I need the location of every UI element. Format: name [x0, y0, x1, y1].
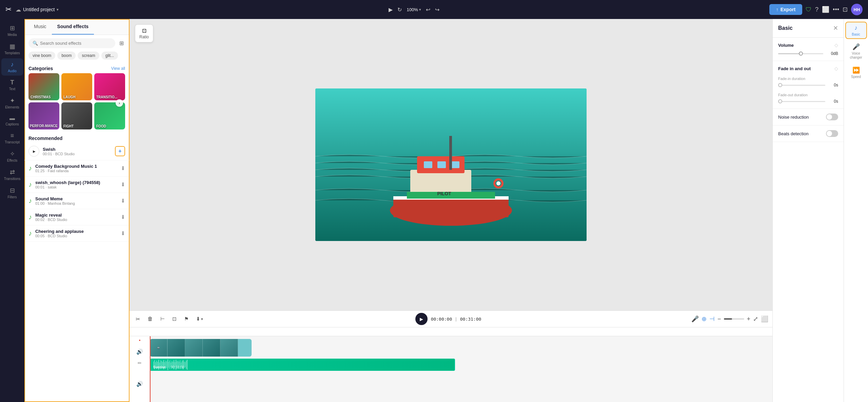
fade-out-slider[interactable]: [778, 101, 825, 102]
more-icon-btn[interactable]: •••: [833, 6, 839, 13]
audio-track[interactable]: Sunrise 00:31:00: [150, 359, 455, 371]
zoom-slider[interactable]: [724, 318, 744, 320]
category-performance[interactable]: PERFOR-MANCE: [28, 102, 59, 129]
tag-vine-boom[interactable]: vine boom: [28, 52, 55, 60]
avatar[interactable]: HH: [851, 4, 863, 15]
project-name-button[interactable]: ☁ Untitled project ▾: [16, 6, 59, 13]
sidebar-item-text[interactable]: T Text: [1, 76, 23, 94]
sound-item-comedy[interactable]: ♪ Comedy Background Music 1 01:25 · Faid…: [24, 160, 129, 177]
minus-zoom-btn[interactable]: −: [717, 316, 721, 323]
swish-meta: 00:01 · BCD Studio: [43, 152, 112, 156]
tag-boom[interactable]: boom: [57, 52, 76, 60]
video-preview: ⊡ Ratio: [130, 19, 772, 310]
sidebar-item-filters[interactable]: ⊟ Filters: [1, 184, 23, 202]
help-icon-btn[interactable]: ?: [815, 6, 818, 13]
noise-reduction-section: Noise reduction: [773, 109, 844, 125]
search-row: 🔍 ⊞: [24, 35, 129, 52]
beats-detection-toggle[interactable]: [826, 130, 838, 137]
templates-icon: ▦: [9, 43, 15, 50]
sound-item-swish[interactable]: ▶ Swish 00:01 · BCD Studio +: [24, 142, 129, 160]
center-area: ⊡ Ratio: [130, 19, 772, 402]
beat-btn[interactable]: ⊕: [702, 315, 707, 323]
voice-changer-label: Voice changer: [847, 52, 865, 60]
timeline-split-btn[interactable]: ⊢: [158, 314, 167, 324]
play-pause-main-btn[interactable]: ▶: [415, 313, 428, 325]
far-right-item-basic[interactable]: ♪ Basic: [845, 22, 867, 39]
music-note-meme-icon: ♪: [28, 197, 32, 205]
category-transition[interactable]: TRANSITIO...: [94, 73, 125, 100]
sidebar-item-templates[interactable]: ▦ Templates: [1, 40, 23, 58]
layout-toggle-btn[interactable]: ⊡: [843, 6, 848, 13]
sound-item-cheering[interactable]: ♪ Cheering and applause 00:05 · BCD Stud…: [24, 225, 129, 242]
sidebar-item-media[interactable]: ⊞ Media: [1, 22, 23, 39]
fade-in-slider[interactable]: [778, 85, 825, 86]
tab-sound-effects[interactable]: Sound effects: [52, 19, 94, 35]
video-track[interactable]: 🚢: [150, 339, 252, 357]
captions-label: Captions: [5, 122, 19, 126]
mic-btn[interactable]: 🎤: [691, 315, 699, 323]
loop-icon-btn[interactable]: ↻: [397, 6, 402, 13]
tab-music[interactable]: Music: [28, 19, 52, 35]
export-button[interactable]: ↑ Export: [769, 4, 802, 15]
timeline-cut-btn[interactable]: ✂: [134, 314, 142, 324]
timeline-flag-btn[interactable]: ⚑: [182, 314, 191, 324]
timeline-crop-btn[interactable]: ⊡: [170, 314, 179, 324]
sound-item-magic[interactable]: ♪ Magic reveal 00:02 · BCD Studio ⬇: [24, 209, 129, 225]
volume-keyframe-btn[interactable]: ◇: [834, 42, 838, 48]
timeline-export-btn[interactable]: ⬇▾: [194, 314, 205, 324]
caption-btn[interactable]: ⬜: [761, 315, 768, 323]
share-icon-btn[interactable]: ⬜: [822, 6, 829, 13]
filters-label: Filters: [7, 195, 17, 199]
plus-zoom-btn[interactable]: +: [747, 316, 751, 323]
category-christmas[interactable]: CHRISTMAS: [28, 73, 59, 100]
sidebar-item-transitions[interactable]: ⇄ Transitions: [1, 166, 23, 183]
category-next-arrow[interactable]: ›: [116, 99, 123, 107]
split-h-btn[interactable]: ⊣: [709, 315, 715, 323]
sidebar-item-effects[interactable]: ✧ Effects: [1, 147, 23, 165]
close-right-panel-btn[interactable]: ✕: [833, 24, 838, 32]
volume-slider[interactable]: [778, 53, 823, 54]
beats-detection-label: Beats detection: [778, 131, 809, 136]
ratio-button[interactable]: ⊡ Ratio: [135, 24, 153, 42]
noise-reduction-toggle[interactable]: [826, 114, 838, 120]
media-icon: ⊞: [10, 24, 15, 32]
track-mute-btn[interactable]: 🔊: [135, 379, 144, 388]
fullscreen-btn[interactable]: ⤢: [753, 315, 758, 323]
search-box[interactable]: 🔍: [28, 38, 115, 48]
fade-keyframe-btn[interactable]: ◇: [834, 66, 838, 71]
category-laugh[interactable]: LAUGH: [61, 73, 92, 100]
zoom-level-btn[interactable]: 100% ▾: [407, 7, 421, 12]
undo-btn[interactable]: ↩: [426, 6, 430, 13]
tag-scream[interactable]: scream: [78, 52, 99, 60]
speed-label: Speed: [851, 75, 861, 79]
sound-item-swish-whoosh[interactable]: ♪ swish_whoosh (large) (794558) 00:01 · …: [24, 177, 129, 193]
playhead-marker: [139, 340, 140, 341]
play-icon-btn[interactable]: ▶: [389, 6, 393, 13]
sidebar-item-transcript[interactable]: ≡ Transcript: [1, 129, 23, 147]
tag-glit[interactable]: glit...: [101, 52, 118, 60]
download-whoosh-btn[interactable]: ⬇: [121, 181, 125, 188]
filter-button[interactable]: ⊞: [118, 39, 125, 48]
track-edit-btn[interactable]: ✏: [136, 359, 143, 367]
topbar-right-controls: ↑ Export 🛡 ? ⬜ ••• ⊡ HH: [769, 4, 863, 15]
shield-icon-btn[interactable]: 🛡: [806, 6, 812, 13]
sound-item-meme[interactable]: ♪ Sound Meme 01:00 · Manhoa Bintang ⬇: [24, 193, 129, 209]
timeline-delete-btn[interactable]: 🗑: [145, 314, 155, 324]
play-swish-btn[interactable]: ▶: [28, 146, 39, 157]
effects-icon: ✧: [10, 150, 15, 158]
sidebar-item-audio[interactable]: ♪ Audio: [1, 58, 23, 76]
far-right-item-speed[interactable]: ⏩ Speed: [845, 64, 867, 81]
view-all-button[interactable]: View all: [111, 66, 125, 71]
download-magic-btn[interactable]: ⬇: [121, 214, 125, 220]
download-cheering-btn[interactable]: ⬇: [121, 230, 125, 237]
far-right-item-voice-changer[interactable]: 🎤 Voice changer: [845, 40, 867, 62]
sidebar-item-captions[interactable]: ▬ Captions: [1, 113, 23, 129]
sidebar-item-elements[interactable]: ✦ Elements: [1, 94, 23, 112]
add-swish-btn[interactable]: +: [115, 146, 125, 156]
redo-btn[interactable]: ↪: [435, 6, 439, 13]
download-comedy-btn[interactable]: ⬇: [121, 165, 125, 172]
category-fight[interactable]: FIGHT: [61, 102, 92, 129]
search-input[interactable]: [40, 41, 111, 46]
download-meme-btn[interactable]: ⬇: [121, 198, 125, 204]
track-volume-btn[interactable]: 🔊: [135, 347, 144, 356]
